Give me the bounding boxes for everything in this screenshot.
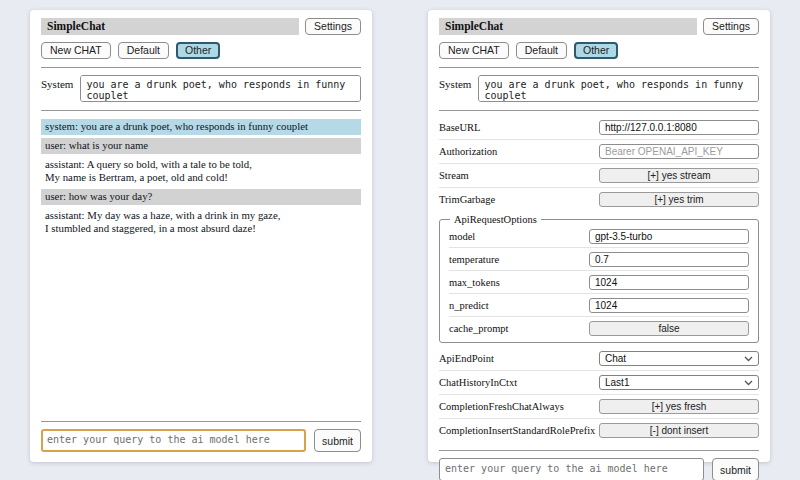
chat-message-user: user: what is your name (41, 138, 361, 154)
setting-row-stream: Stream [+] yes stream (439, 164, 759, 188)
temperature-input[interactable] (589, 252, 749, 267)
chat-history-select[interactable]: Last1 (599, 375, 759, 390)
completion-fresh-label: CompletionFreshChatAlways (439, 401, 564, 412)
setting-row-completion-fresh: CompletionFreshChatAlways [+] yes fresh (439, 395, 759, 419)
query-input[interactable] (41, 429, 306, 452)
header: SimpleChat Settings (41, 18, 361, 35)
completion-insert-toggle-button[interactable]: [-] dont insert (599, 423, 759, 438)
setting-row-temperature: temperature (449, 248, 749, 271)
chat-message-list: system: you are a drunk poet, who respon… (41, 119, 361, 240)
setting-row-chat-history: ChatHistoryInCtxt Last1 (439, 371, 759, 395)
setting-row-completion-insert: CompletionInsertStandardRolePrefix [-] d… (439, 419, 759, 442)
session-tab-other[interactable]: Other (574, 42, 618, 59)
authorization-label: Authorization (439, 146, 497, 157)
query-row: submit (41, 429, 361, 452)
settings-button[interactable]: Settings (703, 18, 759, 35)
chevron-down-icon (744, 356, 753, 362)
baseurl-label: BaseURL (439, 122, 480, 133)
system-prompt-input[interactable]: you are a drunk poet, who responds in fu… (478, 75, 759, 102)
chevron-down-icon (744, 380, 753, 386)
header: SimpleChat Settings (439, 18, 759, 35)
setting-row-max-tokens: max_tokens (449, 271, 749, 294)
session-row: New CHAT Default Other (439, 42, 759, 59)
api-endpoint-label: ApiEndPoint (439, 353, 494, 364)
n-predict-label: n_predict (449, 300, 489, 311)
divider (439, 67, 759, 68)
settings-button[interactable]: Settings (305, 18, 361, 35)
setting-row-model: model (449, 225, 749, 248)
temperature-label: temperature (449, 254, 499, 265)
setting-row-n-predict: n_predict (449, 294, 749, 317)
session-row: New CHAT Default Other (41, 42, 361, 59)
chat-message-assistant: assistant: My day was a haze, with a dri… (41, 208, 361, 237)
chat-history-label: ChatHistoryInCtxt (439, 377, 517, 388)
settings-panel: SimpleChat Settings New CHAT Default Oth… (428, 10, 770, 462)
stream-label: Stream (439, 170, 469, 181)
cache-prompt-toggle-button[interactable]: false (589, 321, 749, 336)
session-tab-other[interactable]: Other (176, 42, 220, 59)
system-label: System (439, 75, 471, 90)
app-title: SimpleChat (41, 18, 299, 35)
new-chat-button[interactable]: New CHAT (439, 42, 509, 59)
new-chat-button[interactable]: New CHAT (41, 42, 111, 59)
chat-panel: SimpleChat Settings New CHAT Default Oth… (30, 10, 372, 462)
completion-fresh-toggle-button[interactable]: [+] yes fresh (599, 399, 759, 414)
divider (41, 110, 361, 111)
system-prompt-row: System you are a drunk poet, who respond… (41, 75, 361, 102)
setting-row-baseurl: BaseURL (439, 116, 759, 140)
model-label: model (449, 231, 475, 242)
trimgarbage-toggle-button[interactable]: [+] yes trim (599, 192, 759, 207)
chat-message-system: system: you are a drunk poet, who respon… (41, 119, 361, 135)
session-tab-default[interactable]: Default (118, 42, 169, 59)
chat-history-selected-value: Last1 (605, 377, 629, 388)
session-tab-default[interactable]: Default (516, 42, 567, 59)
max-tokens-label: max_tokens (449, 277, 500, 288)
stream-toggle-button[interactable]: [+] yes stream (599, 168, 759, 183)
authorization-input[interactable] (599, 144, 759, 159)
chat-message-assistant: assistant: A query so bold, with a tale … (41, 157, 361, 186)
n-predict-input[interactable] (589, 298, 749, 313)
api-endpoint-select[interactable]: Chat (599, 351, 759, 366)
divider (41, 421, 361, 422)
chat-message-user: user: how was your day? (41, 189, 361, 205)
setting-row-trimgarbage: TrimGarbage [+] yes trim (439, 188, 759, 211)
api-request-options-fieldset: ApiRequestOptions model temperature max_… (439, 214, 759, 343)
system-prompt-input[interactable]: you are a drunk poet, who responds in fu… (80, 75, 361, 102)
system-label: System (41, 75, 73, 90)
settings-list: BaseURL Authorization Stream [+] yes str… (439, 116, 759, 442)
divider (439, 110, 759, 111)
app-title: SimpleChat (439, 18, 697, 35)
setting-row-authorization: Authorization (439, 140, 759, 164)
baseurl-input[interactable] (599, 120, 759, 135)
divider (439, 450, 759, 451)
query-row: submit (439, 458, 759, 480)
setting-row-cache-prompt: cache_prompt false (449, 317, 749, 339)
api-endpoint-selected-value: Chat (605, 353, 626, 364)
system-prompt-row: System you are a drunk poet, who respond… (439, 75, 759, 102)
model-input[interactable] (589, 229, 749, 244)
query-input[interactable] (439, 458, 704, 480)
completion-insert-label: CompletionInsertStandardRolePrefix (439, 425, 595, 436)
trimgarbage-label: TrimGarbage (439, 194, 495, 205)
submit-button[interactable]: submit (712, 458, 759, 480)
api-request-options-legend: ApiRequestOptions (450, 214, 541, 225)
divider (41, 67, 361, 68)
max-tokens-input[interactable] (589, 275, 749, 290)
setting-row-api-endpoint: ApiEndPoint Chat (439, 347, 759, 371)
submit-button[interactable]: submit (314, 429, 361, 452)
cache-prompt-label: cache_prompt (449, 323, 508, 334)
